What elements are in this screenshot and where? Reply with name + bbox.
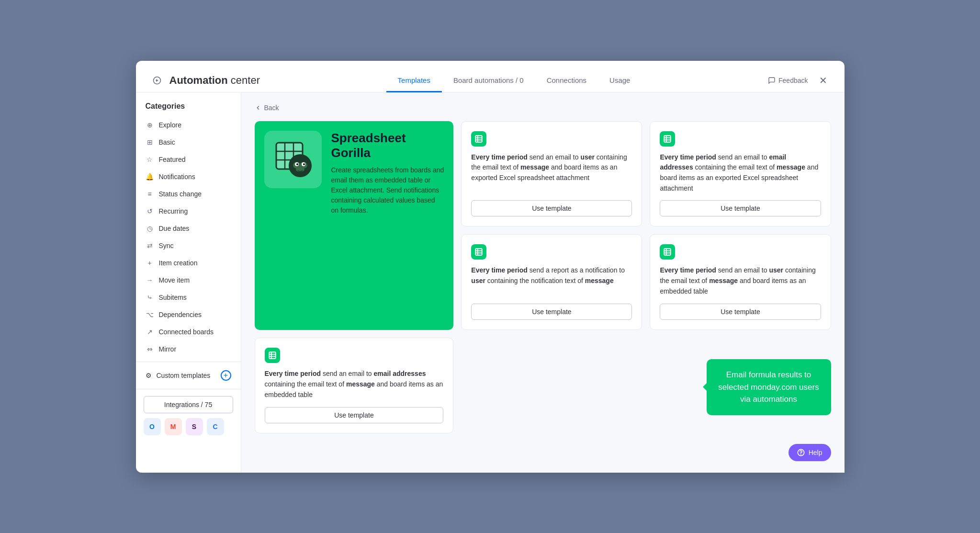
card-5: Every time period send an email to email… [255, 338, 454, 433]
use-template-button-2[interactable]: Use template [660, 200, 821, 216]
sidebar-item-item-creation[interactable]: + Item creation [136, 254, 241, 272]
sidebar-item-connected-boards[interactable]: ↗ Connected boards [136, 323, 241, 340]
star-icon: ☆ [146, 155, 154, 164]
card-2-icon [660, 131, 675, 147]
svg-rect-18 [665, 136, 671, 142]
tab-templates[interactable]: Templates [386, 69, 442, 92]
sidebar-label-sync: Sync [159, 242, 174, 249]
tooltip-card: Email formula results to selected monday… [707, 359, 831, 415]
card-4: Every time period send an email to user … [650, 234, 831, 330]
back-link[interactable]: Back [255, 104, 831, 112]
slack-icon[interactable]: S [186, 418, 203, 435]
automation-center-modal: Automation center Templates Board automa… [136, 61, 845, 473]
help-label: Help [809, 449, 822, 456]
card-5-top: Every time period send an email to email… [265, 348, 444, 400]
outlook-icon[interactable]: O [144, 418, 161, 435]
use-template-button-3[interactable]: Use template [471, 304, 632, 320]
svg-point-12 [303, 163, 305, 165]
sidebar-item-dependencies[interactable]: ⌥ Dependencies [136, 306, 241, 323]
sidebar-label-due-dates: Due dates [159, 225, 190, 232]
gmail-icon[interactable]: M [165, 418, 182, 435]
header-right: Feedback ✕ [768, 73, 831, 88]
tab-connections[interactable]: Connections [535, 69, 598, 92]
sidebar-item-basic[interactable]: ⊞ Basic [136, 134, 241, 151]
arrow-right-icon: → [146, 276, 154, 284]
sidebar-label-dependencies: Dependencies [159, 311, 202, 318]
card-5-icon [265, 348, 280, 363]
sidebar-label-explore: Explore [159, 121, 181, 129]
header-left: Automation center [149, 73, 260, 88]
sidebar-divider-2 [136, 389, 241, 389]
hero-logo [264, 131, 322, 188]
use-template-button-4[interactable]: Use template [660, 304, 821, 320]
sidebar-item-custom-templates[interactable]: ⚙ Custom templates + [136, 366, 241, 385]
content-area: Back [241, 92, 845, 473]
sidebar-item-mirror[interactable]: ⇔ Mirror [136, 340, 241, 358]
sidebar-label-move-item: Move item [159, 276, 190, 284]
card-3-icon [471, 244, 486, 260]
sidebar-label-subitems: Subitems [159, 294, 187, 301]
back-label: Back [264, 104, 279, 112]
card-4-text: Every time period send an email to user … [660, 265, 821, 296]
sidebar-item-featured[interactable]: ☆ Featured [136, 151, 241, 168]
sidebar-label-mirror: Mirror [159, 345, 177, 353]
tab-usage[interactable]: Usage [598, 69, 642, 92]
tab-board-automations[interactable]: Board automations / 0 [442, 69, 535, 92]
svg-point-11 [296, 163, 298, 165]
card-2-text: Every time period send an email to email… [660, 152, 821, 194]
modal-title: Automation center [169, 74, 260, 87]
clock-icon: ◷ [146, 224, 154, 233]
tooltip-text: Email formula results to selected monday… [718, 370, 819, 404]
list-icon: ≡ [146, 190, 154, 198]
sidebar-item-subitems[interactable]: ⤷ Subitems [136, 289, 241, 306]
integration-icons: O M S C [136, 418, 241, 435]
svg-rect-30 [269, 352, 276, 359]
sidebar-label-featured: Featured [159, 156, 186, 163]
sidebar-label-status-change: Status change [159, 190, 202, 198]
plus-icon: + [146, 259, 154, 267]
card-1-text: Every time period send an email to user … [471, 152, 632, 183]
bell-icon: 🔔 [146, 172, 154, 181]
card-5-text: Every time period send an email to email… [265, 369, 444, 400]
refresh-icon: ↺ [146, 207, 154, 215]
sidebar-item-explore[interactable]: ⊕ Explore [136, 116, 241, 134]
hero-card-inner: Spreadsheet Gorilla Create spreadsheets … [264, 131, 444, 215]
card-1-top: Every time period send an email to user … [471, 131, 632, 183]
sidebar-label-connected-boards: Connected boards [159, 328, 214, 336]
svg-rect-14 [476, 136, 483, 142]
custom-templates-left: ⚙ Custom templates [146, 372, 211, 379]
header-tabs: Templates Board automations / 0 Connecti… [279, 69, 749, 92]
sidebar-item-move-item[interactable]: → Move item [136, 272, 241, 289]
sidebar-label-custom-templates: Custom templates [157, 372, 211, 379]
sidebar-item-status-change[interactable]: ≡ Status change [136, 185, 241, 203]
card-3-text: Every time period send a report as a not… [471, 265, 632, 286]
use-template-button-5[interactable]: Use template [265, 407, 444, 423]
feedback-label: Feedback [778, 77, 808, 84]
sidebar-item-notifications[interactable]: 🔔 Notifications [136, 168, 241, 185]
sidebar-item-sync[interactable]: ⇄ Sync [136, 237, 241, 254]
grid-icon: ⊞ [146, 138, 154, 147]
sidebar-label-basic: Basic [159, 138, 175, 146]
card-3: Every time period send a report as a not… [461, 234, 642, 330]
add-custom-template-button[interactable]: + [221, 370, 231, 381]
mirror-icon: ⇔ [146, 345, 154, 353]
sidebar: Categories ⊕ Explore ⊞ Basic ☆ Featured … [136, 92, 241, 473]
hero-card: Spreadsheet Gorilla Create spreadsheets … [255, 121, 454, 330]
card-1-icon [471, 131, 486, 147]
feedback-button[interactable]: Feedback [768, 77, 808, 84]
use-template-button-1[interactable]: Use template [471, 200, 632, 216]
compass-icon: ⊕ [146, 121, 154, 129]
indent-icon: ⤷ [146, 293, 154, 302]
help-button[interactable]: Help [789, 444, 831, 461]
sidebar-title: Categories [136, 102, 241, 116]
settings-icon: ⚙ [146, 372, 152, 379]
hero-description: Create spreadsheets from boards and emai… [331, 165, 444, 215]
card-2-top: Every time period send an email to email… [660, 131, 821, 194]
integrations-button[interactable]: Integrations / 75 [144, 396, 233, 413]
back-navigation-icon[interactable] [149, 73, 165, 88]
calendar-icon[interactable]: C [207, 418, 224, 435]
close-button[interactable]: ✕ [816, 73, 831, 88]
svg-point-35 [800, 454, 801, 454]
sidebar-item-recurring[interactable]: ↺ Recurring [136, 203, 241, 220]
sidebar-item-due-dates[interactable]: ◷ Due dates [136, 220, 241, 237]
